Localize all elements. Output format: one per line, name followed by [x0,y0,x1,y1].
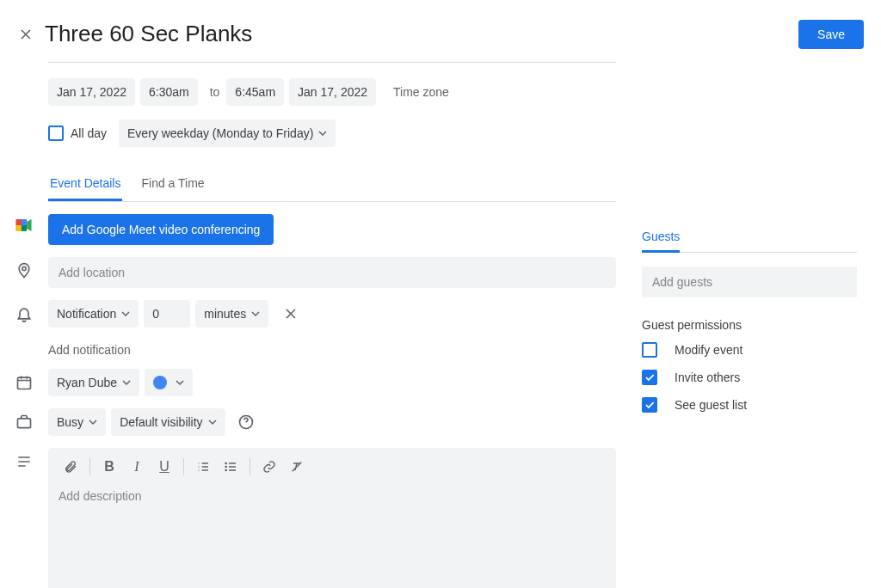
underline-icon[interactable]: U [151,455,178,479]
guest-permissions-title: Guest permissions [642,318,881,332]
perm-see-guest-list: See guest list [642,397,881,413]
perm-modify-label: Modify event [675,343,742,357]
briefcase-icon [0,408,48,431]
allday-checkbox[interactable] [48,126,64,141]
chevron-down-icon [318,129,327,138]
perm-invite-others: Invite others [642,370,881,385]
availability-label: Busy [57,415,83,429]
perm-seeguests-label: See guest list [675,398,747,412]
notification-unit-label: minutes [204,307,246,321]
toolbar-divider [89,458,90,475]
recurrence-select[interactable]: Every weekday (Monday to Friday) [119,119,336,147]
description-icon [0,448,48,470]
visibility-select[interactable]: Default visibility [111,408,225,436]
svg-rect-3 [22,219,27,225]
tab-event-details[interactable]: Event Details [48,168,122,201]
location-input[interactable] [48,257,616,288]
chevron-down-icon [208,418,217,426]
svg-point-9 [225,466,226,467]
svg-point-8 [225,462,226,463]
notification-unit-select[interactable]: minutes [195,300,268,328]
color-swatch [153,376,167,389]
title-underline [48,62,616,63]
availability-select[interactable]: Busy [48,408,106,436]
description-toolbar: B I U [48,448,616,486]
svg-rect-5 [18,377,31,389]
chevron-down-icon [89,418,97,426]
allday-label: All day [71,126,107,140]
bold-icon[interactable]: B [95,455,123,479]
tab-find-a-time[interactable]: Find a Time [139,168,206,201]
bell-icon [0,300,48,322]
notification-value-input[interactable] [144,300,190,328]
guests-heading: Guests [642,230,680,253]
clear-formatting-icon[interactable] [283,455,311,479]
description-box: B I U Add description [48,448,616,588]
chevron-down-icon [251,309,260,318]
calendar-owner-label: Ryan Dube [57,376,117,389]
attach-icon[interactable] [57,455,84,479]
start-time-chip[interactable]: 6:30am [140,78,198,106]
calendar-owner-select[interactable]: Ryan Dube [48,369,139,396]
end-time-chip[interactable]: 6:45am [226,78,284,106]
meet-icon [0,214,48,231]
start-date-chip[interactable]: Jan 17, 2022 [48,78,135,106]
chevron-down-icon [122,378,131,387]
svg-rect-1 [16,219,22,225]
description-textarea[interactable]: Add description [48,486,616,513]
svg-rect-2 [16,225,22,231]
visibility-label: Default visibility [120,415,202,429]
italic-icon[interactable]: I [123,455,151,479]
perm-seeguests-checkbox[interactable] [642,397,657,413]
guests-underline [642,252,857,253]
add-meet-button[interactable]: Add Google Meet video conferencing [48,214,274,245]
end-date-chip[interactable]: Jan 17, 2022 [289,78,376,106]
remove-notification-icon[interactable] [282,305,299,322]
svg-point-4 [22,266,26,270]
chevron-down-icon [121,309,130,318]
notification-type-select[interactable]: Notification [48,300,139,328]
help-icon[interactable] [237,413,255,431]
bulleted-list-icon[interactable] [217,455,244,479]
perm-modify-event: Modify event [642,342,881,358]
link-icon[interactable] [256,455,283,479]
save-button[interactable]: Save [798,20,864,49]
event-title-input[interactable] [45,17,764,51]
event-color-select[interactable] [145,369,193,396]
recurrence-label: Every weekday (Monday to Friday) [127,126,313,140]
svg-point-10 [225,469,226,470]
chevron-down-icon [176,378,184,387]
to-label: to [210,85,220,99]
perm-invite-checkbox[interactable] [642,370,657,385]
add-guests-input[interactable] [642,266,857,297]
numbered-list-icon[interactable] [189,455,217,479]
location-icon [0,257,48,279]
close-icon[interactable] [17,26,34,43]
perm-modify-checkbox[interactable] [642,342,657,358]
svg-rect-6 [18,419,31,428]
add-notification-link[interactable]: Add notification [48,343,616,357]
perm-invite-label: Invite others [675,371,740,384]
calendar-icon [0,369,48,391]
timezone-link[interactable]: Time zone [393,85,449,99]
toolbar-divider [183,458,184,475]
notification-type-label: Notification [57,307,116,321]
toolbar-divider [250,458,250,475]
